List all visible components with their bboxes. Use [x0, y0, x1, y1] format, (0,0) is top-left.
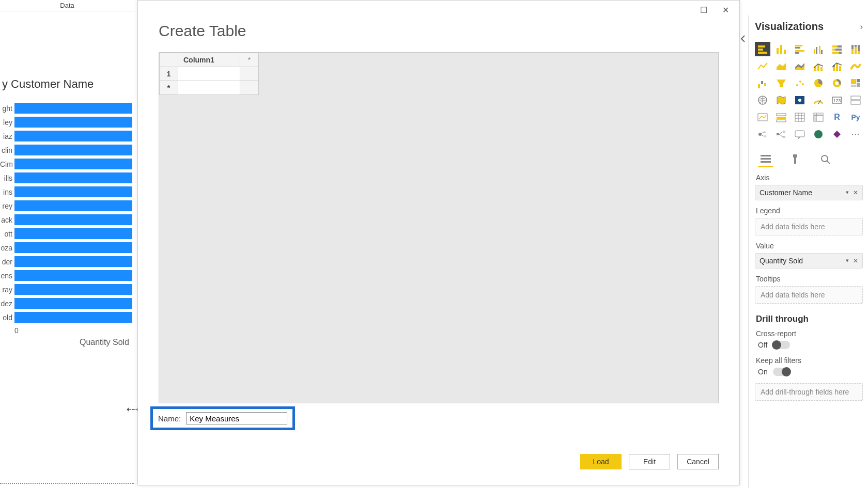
svg-rect-11	[816, 47, 817, 54]
treemap-icon[interactable]	[848, 76, 863, 90]
svg-rect-19	[839, 52, 842, 54]
remove-field-icon[interactable]: ✕	[853, 189, 858, 196]
svg-rect-55	[777, 114, 786, 116]
keep-filters-label: Keep all filters	[756, 356, 863, 365]
chart-bar-label: rey	[0, 202, 14, 210]
azure-map-icon[interactable]	[792, 93, 808, 107]
close-button[interactable]: ✕	[715, 3, 736, 17]
cross-report-toggle[interactable]	[772, 341, 790, 349]
svg-line-71	[761, 132, 764, 134]
visualizations-title: Visualizations	[755, 21, 824, 33]
arcgis-map-icon[interactable]	[811, 127, 826, 141]
power-apps-icon[interactable]	[829, 127, 845, 141]
more-visuals-icon[interactable]: ···	[848, 127, 863, 141]
chart-bar-label: ley	[0, 118, 14, 127]
table-icon[interactable]	[792, 110, 808, 124]
key-influencers-icon[interactable]	[755, 127, 770, 141]
chart-bar	[14, 312, 132, 323]
svg-rect-0	[758, 45, 765, 48]
chart-bar-row: ley	[0, 115, 134, 129]
stacked-bar-chart-icon[interactable]	[755, 42, 770, 56]
chart-bar-row: ght	[0, 101, 134, 115]
matrix-icon[interactable]	[811, 110, 826, 124]
analytics-tab[interactable]	[818, 152, 833, 167]
svg-rect-35	[764, 83, 766, 86]
chart-bar-row: Cim	[0, 157, 134, 171]
grid-cell-addcol	[240, 67, 259, 81]
legend-well[interactable]: Add data fields here	[755, 218, 863, 235]
line-clustered-column-icon[interactable]	[811, 59, 826, 73]
keep-filters-state: On	[758, 368, 768, 376]
funnel-chart-icon[interactable]	[773, 76, 789, 90]
chevron-down-icon[interactable]: ▾	[846, 189, 849, 196]
grid-cell-1-1[interactable]	[178, 67, 240, 81]
svg-rect-43	[857, 79, 860, 82]
table-name-input[interactable]	[186, 412, 287, 424]
python-visual-icon[interactable]: Py	[848, 110, 863, 124]
slicer-icon[interactable]	[773, 110, 789, 124]
format-tab[interactable]	[788, 152, 803, 167]
grid-cell-new[interactable]	[178, 81, 240, 95]
pie-chart-icon[interactable]	[811, 76, 826, 90]
clustered-column-chart-icon[interactable]	[811, 42, 826, 56]
svg-point-70	[764, 135, 766, 137]
gauge-icon[interactable]	[811, 93, 826, 107]
grid-row-header[interactable]: 1	[160, 67, 178, 81]
chart-bar-row: ins	[0, 185, 134, 199]
canvas-boundary	[0, 483, 134, 484]
edit-button[interactable]: Edit	[629, 454, 670, 469]
svg-rect-21	[851, 49, 854, 54]
cancel-button[interactable]: Cancel	[677, 454, 719, 469]
line-stacked-column-icon[interactable]	[829, 59, 845, 73]
filters-pane-expand[interactable]	[740, 21, 746, 57]
grid-add-row[interactable]: *	[160, 81, 178, 95]
hundred-stacked-bar-icon[interactable]	[829, 42, 845, 56]
card-icon[interactable]: 123	[829, 93, 845, 107]
multi-row-card-icon[interactable]	[848, 93, 863, 107]
table-grid[interactable]: Column1 * 1 *	[159, 52, 719, 403]
chart-bar	[14, 214, 132, 225]
drill-through-well[interactable]: Add drill-through fields here	[755, 383, 863, 401]
keep-filters-toggle[interactable]	[773, 368, 791, 376]
area-chart-icon[interactable]	[773, 59, 789, 73]
axis-field-pill[interactable]: Customer Name ▾ ✕	[755, 185, 863, 200]
chart-bar	[14, 298, 132, 309]
chart-bar-row: oza	[0, 241, 134, 255]
load-button[interactable]: Load	[580, 454, 622, 469]
axis-label: Axis	[756, 174, 863, 182]
qa-visual-icon[interactable]	[792, 127, 808, 141]
collapse-pane-icon[interactable]: ›	[860, 22, 863, 32]
r-visual-icon[interactable]: R	[829, 110, 845, 124]
ribbon-tab-data[interactable]: Data	[0, 0, 134, 11]
stacked-column-chart-icon[interactable]	[773, 42, 789, 56]
scatter-chart-icon[interactable]	[792, 76, 808, 90]
table-name-highlight: Name:	[150, 406, 295, 430]
tooltips-well[interactable]: Add data fields here	[755, 286, 863, 304]
map-icon[interactable]	[755, 93, 770, 107]
chart-bar-label: Cim	[0, 160, 14, 168]
chart-bar	[14, 117, 132, 128]
chart-bar	[14, 228, 132, 239]
grid-column-header[interactable]: Column1	[178, 53, 240, 67]
donut-chart-icon[interactable]	[829, 76, 845, 90]
line-chart-icon[interactable]	[755, 59, 770, 73]
background-chart: y Customer Name ghtleyiazclinCimillsinsr…	[0, 77, 134, 347]
maximize-button[interactable]: ☐	[693, 3, 715, 17]
chart-bar	[14, 159, 132, 169]
waterfall-chart-icon[interactable]	[755, 76, 770, 90]
fields-tab[interactable]	[758, 152, 773, 167]
clustered-bar-chart-icon[interactable]	[792, 42, 808, 56]
svg-point-48	[798, 99, 801, 102]
remove-field-icon[interactable]: ✕	[853, 257, 858, 264]
value-field-pill[interactable]: Quantity Sold ▾ ✕	[755, 253, 863, 269]
grid-corner	[160, 53, 178, 67]
chevron-down-icon[interactable]: ▾	[846, 257, 849, 264]
svg-rect-44	[857, 83, 860, 87]
filled-map-icon[interactable]	[773, 93, 789, 107]
hundred-stacked-column-icon[interactable]	[848, 42, 863, 56]
decomposition-tree-icon[interactable]	[773, 127, 789, 141]
ribbon-chart-icon[interactable]	[848, 59, 863, 73]
stacked-area-chart-icon[interactable]	[792, 59, 808, 73]
grid-add-column[interactable]: *	[240, 53, 259, 67]
kpi-icon[interactable]	[755, 110, 770, 124]
